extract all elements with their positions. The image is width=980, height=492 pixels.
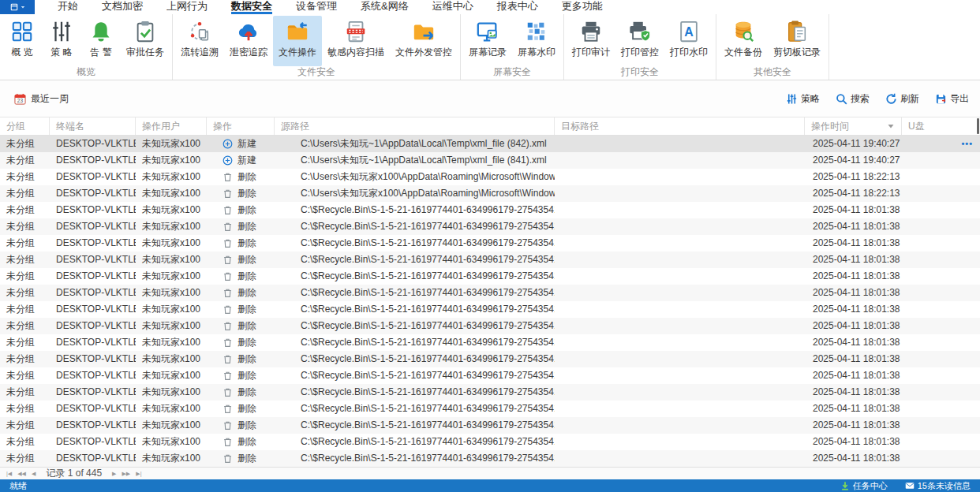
table-row[interactable]: 未分组DESKTOP-VLKTLE1未知玩家x100删除C:\Users\未知玩…: [0, 169, 980, 185]
cell-usb: [902, 202, 980, 218]
menu-tab-1[interactable]: 文档加密: [90, 0, 155, 14]
cell-terminal: DESKTOP-VLKTLE1: [50, 450, 136, 467]
table-row[interactable]: 未分组DESKTOP-VLKTLE1未知玩家x100新建C:\Users\未知玩…: [0, 136, 980, 152]
action-label: 删除: [238, 185, 256, 202]
cell-target: [555, 202, 805, 218]
ribbon-button[interactable]: 文件备份: [719, 16, 768, 66]
menu-tab-2[interactable]: 上网行为: [155, 0, 219, 14]
table-row[interactable]: 未分组DESKTOP-VLKTLE1未知玩家x100删除C:\Users\未知玩…: [0, 185, 980, 202]
toolbar-action-2[interactable]: 刷新: [885, 92, 919, 106]
ribbon-button[interactable]: 告 警: [81, 16, 121, 66]
table-row[interactable]: 未分组DESKTOP-VLKTLE1未知玩家x100删除C:\$Recycle.…: [0, 285, 980, 301]
ribbon-button[interactable]: 剪切板记录: [768, 16, 826, 66]
overview-grid-icon: [10, 20, 34, 43]
task-center-button[interactable]: 任务中心: [840, 480, 888, 492]
scrollbar-thumb[interactable]: [977, 118, 979, 134]
menu-tab-0[interactable]: 开始: [46, 0, 90, 14]
toolbar-action-0[interactable]: 策略: [786, 92, 820, 106]
ribbon-button[interactable]: 策 略: [42, 16, 81, 66]
ribbon-button[interactable]: 敏感内容扫描: [322, 16, 390, 66]
cell-terminal: DESKTOP-VLKTLE1: [50, 417, 136, 434]
table-row[interactable]: 未分组DESKTOP-VLKTLE1未知玩家x100删除C:\$Recycle.…: [0, 351, 980, 367]
table-row[interactable]: 未分组DESKTOP-VLKTLE1未知玩家x100删除C:\$Recycle.…: [0, 235, 980, 252]
table-row[interactable]: 未分组DESKTOP-VLKTLE1未知玩家x100删除C:\$Recycle.…: [0, 417, 980, 434]
date-range-filter[interactable]: 23 最近一周: [14, 92, 69, 106]
cell-user: 未知玩家x100: [136, 318, 207, 334]
column-header-5[interactable]: 目标路径: [555, 117, 805, 135]
table-row[interactable]: 未分组DESKTOP-VLKTLE1未知玩家x100删除C:\$Recycle.…: [0, 384, 980, 401]
cell-action: 删除: [207, 334, 275, 351]
fast-next-button[interactable]: ▶▶: [122, 468, 130, 479]
last-page-button[interactable]: ▶|: [136, 468, 141, 479]
cell-user: 未知玩家x100: [136, 169, 207, 185]
table-row[interactable]: 未分组DESKTOP-VLKTLE1未知玩家x100删除C:\$Recycle.…: [0, 252, 980, 268]
menu-tab-4[interactable]: 设备管理: [284, 0, 349, 14]
fast-prev-button[interactable]: ◀◀: [17, 468, 26, 479]
table-row[interactable]: 未分组DESKTOP-VLKTLE1未知玩家x100删除C:\$Recycle.…: [0, 301, 980, 318]
ribbon-button[interactable]: 泄密追踪: [224, 16, 273, 66]
table-row[interactable]: 未分组DESKTOP-VLKTLE1未知玩家x100删除C:\$Recycle.…: [0, 401, 980, 417]
trash-icon: [223, 453, 233, 464]
ribbon-button[interactable]: 概 览: [2, 16, 42, 66]
cell-action: 删除: [207, 185, 275, 202]
ribbon-button[interactable]: 打印管控: [615, 16, 664, 66]
next-page-button[interactable]: ▶: [112, 468, 116, 479]
menu-tab-7[interactable]: 报表中心: [485, 0, 550, 14]
menu-tab-6[interactable]: 运维中心: [421, 0, 485, 14]
policy-small-icon: [786, 93, 798, 105]
menu-tab-5[interactable]: 系统&网络: [349, 0, 421, 14]
menu-tab-label: 报表中心: [497, 0, 538, 14]
table-row[interactable]: 未分组DESKTOP-VLKTLE1未知玩家x100删除C:\$Recycle.…: [0, 450, 980, 467]
table-row[interactable]: 未分组DESKTOP-VLKTLE1未知玩家x100删除C:\$Recycle.…: [0, 268, 980, 285]
menu-tab-3[interactable]: 数据安全: [219, 0, 284, 14]
unread-messages-button[interactable]: 15条未读信息: [905, 480, 971, 492]
table-row[interactable]: 未分组DESKTOP-VLKTLE1未知玩家x100删除C:\$Recycle.…: [0, 434, 980, 450]
ribbon-button[interactable]: 文件外发管控: [390, 16, 458, 66]
prev-page-button[interactable]: ◀: [32, 468, 36, 479]
action-label: 删除: [238, 434, 256, 450]
cell-action: 新建: [207, 136, 275, 152]
menu-tab-8[interactable]: 更多功能: [550, 0, 615, 14]
cell-time: 2025-04-11 19:40:27: [805, 152, 902, 169]
ribbon-button[interactable]: 屏幕水印: [512, 16, 561, 66]
table-row[interactable]: 未分组DESKTOP-VLKTLE1未知玩家x100删除C:\$Recycle.…: [0, 218, 980, 235]
ribbon-button[interactable]: 审批任务: [121, 16, 170, 66]
column-header-7[interactable]: U盘: [902, 117, 980, 135]
ribbon-button[interactable]: 文件操作: [273, 16, 322, 66]
ribbon-button[interactable]: 流转追溯: [175, 16, 224, 66]
cell-action: 新建: [207, 152, 275, 169]
column-header-3[interactable]: 操作: [207, 117, 275, 135]
mail-icon: [905, 481, 915, 490]
table-row[interactable]: 未分组DESKTOP-VLKTLE1未知玩家x100删除C:\$Recycle.…: [0, 334, 980, 351]
column-header-1[interactable]: 终端名: [50, 117, 136, 135]
cell-group: 未分组: [0, 285, 50, 301]
column-header-0[interactable]: 分组: [0, 117, 50, 135]
toolbar-action-3[interactable]: 导出: [935, 92, 969, 106]
vertical-scrollbar[interactable]: [976, 117, 980, 448]
trash-icon: [223, 337, 233, 348]
row-actions-button[interactable]: •••: [961, 136, 973, 152]
column-header-6[interactable]: 操作时间: [805, 117, 902, 135]
ribbon-button[interactable]: A打印水印: [664, 16, 713, 66]
download-arrow-icon: [840, 481, 850, 490]
toolbar-action-1[interactable]: 搜索: [836, 92, 870, 106]
table-row[interactable]: 未分组DESKTOP-VLKTLE1未知玩家x100删除C:\$Recycle.…: [0, 367, 980, 384]
first-page-button[interactable]: |◀: [6, 468, 12, 479]
cell-source: C:\$Recycle.Bin\S-1-5-21-1619774401-6349…: [275, 202, 555, 218]
column-header-4[interactable]: 源路径: [275, 117, 555, 135]
cell-action: 删除: [207, 318, 275, 334]
ribbon-button[interactable]: 打印审计: [567, 16, 615, 66]
ribbon-button[interactable]: 屏幕记录: [463, 16, 512, 66]
ribbon-group-label: 概览: [2, 66, 170, 80]
cell-usb: [902, 434, 980, 450]
cell-time: 2025-04-11 18:01:38: [805, 351, 902, 367]
cell-time: 2025-04-11 18:01:38: [805, 417, 902, 434]
cell-source: C:\$Recycle.Bin\S-1-5-21-1619774401-6349…: [275, 218, 555, 235]
app-menu-button[interactable]: [0, 0, 35, 14]
column-header-2[interactable]: 操作用户: [136, 117, 207, 135]
table-row[interactable]: 未分组DESKTOP-VLKTLE1未知玩家x100删除C:\$Recycle.…: [0, 318, 980, 334]
table-row[interactable]: 未分组DESKTOP-VLKTLE1未知玩家x100删除C:\$Recycle.…: [0, 202, 980, 218]
cell-group: 未分组: [0, 434, 50, 450]
cell-usb: [902, 367, 980, 384]
table-row[interactable]: 未分组DESKTOP-VLKTLE1未知玩家x100新建C:\Users\未知玩…: [0, 152, 980, 169]
